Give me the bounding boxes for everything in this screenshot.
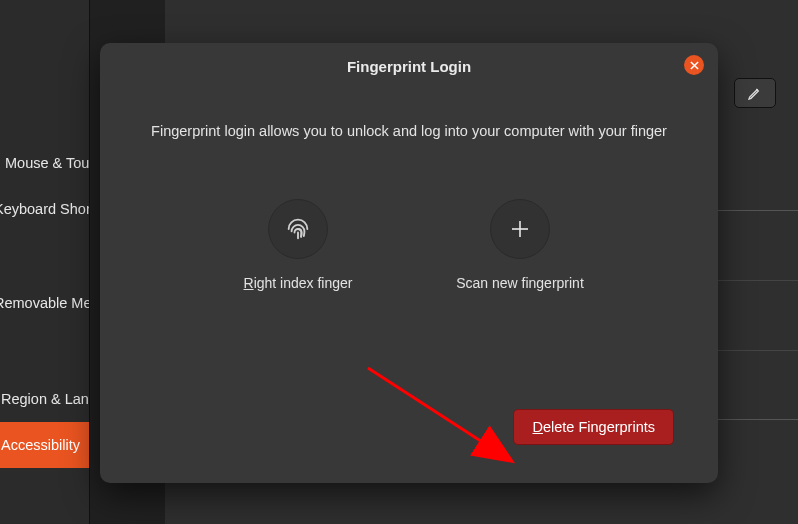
sidebar-item-removable-media[interactable]: Removable Media <box>0 280 89 326</box>
sidebar-item-default-applications[interactable]: Default Applications <box>0 518 89 524</box>
unlock-button[interactable] <box>734 78 776 108</box>
dialog-description: Fingerprint login allows you to unlock a… <box>100 123 718 139</box>
pencil-icon <box>747 85 763 101</box>
sidebar-item-region-language[interactable]: Region & Language <box>0 376 89 422</box>
close-icon <box>690 61 699 70</box>
sidebar-item-label: Keyboard Shortcuts <box>0 201 90 217</box>
sidebar-item-label: Accessibility <box>1 437 80 453</box>
sidebar-item-mouse-touchpad[interactable]: Mouse & Touchpad <box>0 140 89 186</box>
dialog-title: Fingerprint Login <box>347 58 471 75</box>
add-icon <box>490 199 550 259</box>
sidebar-item-label: Removable Media <box>0 295 90 311</box>
dialog-header: Fingerprint Login <box>100 43 718 89</box>
scan-new-fingerprint[interactable]: Scan new fingerprint <box>440 199 600 291</box>
scan-new-fingerprint-label: Scan new fingerprint <box>456 275 584 291</box>
fingerprint-icon <box>268 199 328 259</box>
sidebar-item-label: Mouse & Touchpad <box>5 155 90 171</box>
fingerprint-options: Right index finger Scan new fingerprint <box>100 199 718 291</box>
settings-sidebar: Mouse & Touchpad Keyboard Shortcuts Remo… <box>0 0 90 524</box>
close-button[interactable] <box>684 55 704 75</box>
enrolled-fingerprint-label: Right index finger <box>244 275 353 291</box>
sidebar-item-label: Region & Language <box>1 391 90 407</box>
fingerprint-login-dialog: Fingerprint Login Fingerprint login allo… <box>100 43 718 483</box>
sidebar-item-accessibility[interactable]: Accessibility <box>0 422 89 468</box>
sidebar-item-keyboard-shortcuts[interactable]: Keyboard Shortcuts <box>0 186 89 232</box>
enrolled-fingerprint[interactable]: Right index finger <box>218 199 378 291</box>
delete-fingerprints-button[interactable]: Delete Fingerprints <box>513 409 674 445</box>
